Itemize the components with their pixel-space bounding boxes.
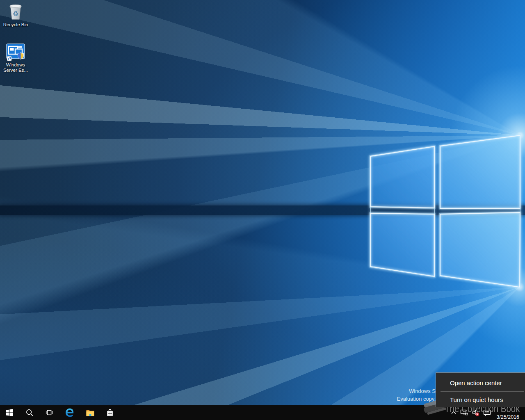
chevron-up-icon	[451, 411, 457, 415]
network-tray-button[interactable]	[459, 405, 470, 420]
label-line-2: Server Es...	[0, 68, 31, 73]
search-icon	[25, 408, 34, 417]
speaker-muted-icon	[472, 409, 479, 416]
taskbar-clock[interactable]: 3/25/2016	[496, 405, 519, 420]
edge-button[interactable]	[60, 405, 80, 420]
desktop-icon-label: Windows Server Es...	[0, 62, 31, 73]
folder-icon	[85, 408, 95, 418]
task-view-button[interactable]	[39, 405, 59, 420]
label-line-1: Windows	[0, 62, 31, 68]
recycle-bin-icon: ♻	[6, 2, 25, 21]
action-center-context-menu: Open action center Turn on quiet hours	[436, 372, 525, 407]
network-icon	[460, 409, 468, 416]
taskbar-date: 3/25/2016	[496, 414, 519, 420]
evaluation-watermark-line2: Evaluation copy.	[397, 395, 436, 403]
task-view-icon	[45, 408, 54, 417]
action-center-icon	[483, 409, 491, 416]
menu-separator	[441, 391, 524, 392]
volume-muted-tray-button[interactable]	[470, 405, 482, 420]
evaluation-watermark-line1: Windows S	[397, 387, 436, 395]
store-bag-icon	[105, 408, 114, 417]
edge-icon	[64, 407, 75, 418]
search-button[interactable]	[20, 405, 39, 420]
menu-item-open-action-center[interactable]: Open action center	[436, 378, 525, 388]
start-button[interactable]	[0, 405, 19, 420]
desktop-icon-label: Recycle Bin	[0, 22, 31, 27]
file-explorer-button[interactable]	[80, 405, 100, 420]
taskbar: 3/25/2016	[0, 405, 525, 420]
windows-hero-logo	[361, 125, 525, 293]
store-button[interactable]	[100, 405, 120, 420]
svg-text:♻: ♻	[13, 10, 19, 18]
menu-item-turn-on-quiet-hours[interactable]: Turn on quiet hours	[436, 395, 525, 405]
desktop-icon-windows-server-essentials[interactable]: Windows Server Es...	[0, 42, 31, 73]
evaluation-watermark: Windows S Evaluation copy.	[397, 387, 436, 403]
desktop[interactable]: ♻ Recycle Bin Windows Server Es... Windo…	[0, 0, 525, 420]
desktop-icon-recycle-bin[interactable]: ♻ Recycle Bin	[0, 2, 31, 27]
windows-server-essentials-icon	[6, 42, 25, 62]
action-center-tray-button[interactable]	[482, 405, 493, 420]
show-hidden-icons-button[interactable]	[449, 405, 459, 420]
windows-logo-icon	[5, 408, 14, 417]
